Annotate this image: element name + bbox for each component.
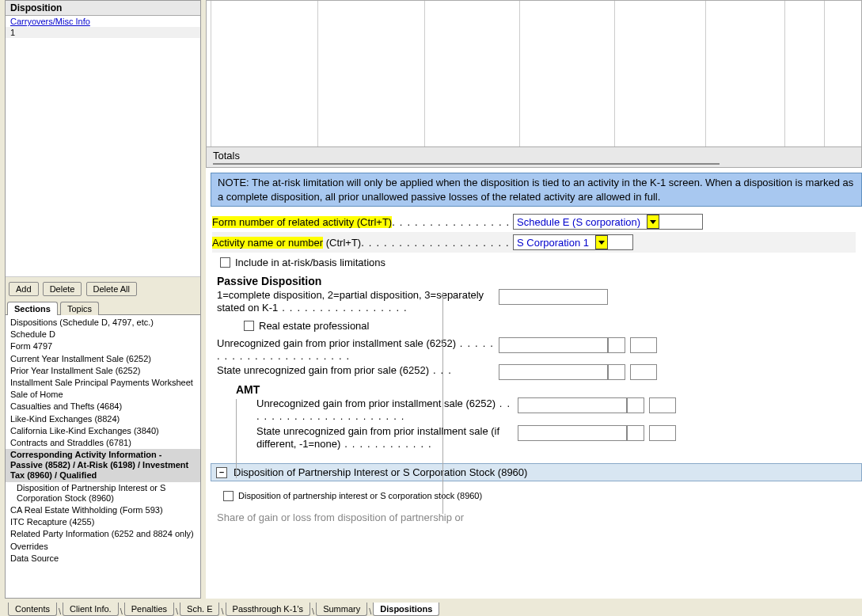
checkbox-real-estate[interactable] (244, 321, 254, 331)
form-area: Form number of related activity (Ctrl+T)… (206, 207, 862, 457)
input-amt2-c[interactable] (649, 425, 676, 441)
label-unrec1: Unrecognized gain from prior installment… (217, 337, 499, 363)
input-unrec2[interactable] (499, 364, 608, 380)
form-number-combo[interactable]: Schedule E (S corporation) (513, 214, 703, 230)
section-item[interactable]: Disposition of Partnership Interest or S… (6, 482, 200, 504)
section-item[interactable]: Dispositions (Schedule D, 4797, etc.) (6, 317, 200, 329)
section-item[interactable]: Schedule D (6, 329, 200, 340)
delete-all-button[interactable]: Delete All (86, 282, 137, 296)
note-bar: NOTE: The at-risk limitation will only b… (211, 173, 862, 207)
bottom-tab[interactable]: Dispositions (373, 603, 439, 616)
label-amt1: Unrecognized gain from prior installment… (256, 397, 518, 424)
section-item[interactable]: Installment Sale Principal Payments Work… (6, 377, 200, 389)
section-item[interactable]: CA Real Estate Withholding (Form 593) (6, 504, 200, 516)
delete-button[interactable]: Delete (43, 282, 82, 296)
disposition-list: Carryovers/Misc Info 1 (6, 16, 200, 277)
section-item[interactable]: ITC Recapture (4255) (6, 516, 200, 528)
section-item[interactable]: Corresponding Activity Information - Pas… (6, 449, 200, 482)
input-amt2-b[interactable] (627, 425, 644, 441)
input-unrec2-b[interactable] (608, 364, 625, 380)
bottom-tabs: Contents\Client Info.\Penalties\Sch. E\P… (8, 600, 439, 616)
section-item[interactable]: Casualties and Thefts (4684) (6, 401, 200, 413)
input-amt1-c[interactable] (649, 397, 676, 413)
section-item[interactable]: Like-Kind Exchanges (8824) (6, 413, 200, 425)
input-unrec1[interactable] (499, 337, 608, 353)
label-activity-name: Activity name or number (212, 237, 323, 249)
chevron-down-icon[interactable] (647, 215, 659, 229)
bottom-tab[interactable]: Penalties (124, 603, 174, 616)
checkbox-atrisk[interactable] (220, 257, 230, 268)
label-form-number: Form number of related activity (Ctrl+T) (212, 216, 392, 228)
section-item[interactable]: Form 4797 (6, 340, 200, 352)
main-area: Totals NOTE: The at-risk limitation will… (206, 0, 862, 599)
section-item[interactable]: California Like-Kind Exchanges (3840) (6, 425, 200, 437)
grid-top (206, 0, 862, 147)
label-unrec2: State unrecognized gain from prior sale … (217, 364, 499, 377)
section-item[interactable]: Sale of Home (6, 389, 200, 401)
bottom-tab[interactable]: Client Info. (63, 603, 119, 616)
cutoff-text: Share of gain or loss from disposition o… (217, 511, 862, 523)
bottom-tab[interactable]: Passthrough K-1's (226, 603, 311, 616)
section-item[interactable]: Data Source (6, 553, 200, 565)
section-item[interactable]: Contracts and Straddles (6781) (6, 437, 200, 449)
label-passive-desc: 1=complete disposition, 2=partial dispos… (217, 289, 499, 315)
button-row: Add Delete Delete All (6, 277, 200, 299)
amt-head: AMT (236, 383, 856, 396)
input-unrec2-c[interactable] (630, 364, 657, 380)
label-amt2: State unrecognized gain from prior insta… (256, 425, 518, 451)
section-item[interactable]: Prior Year Installment Sale (6252) (6, 365, 200, 377)
input-amt1-b[interactable] (627, 397, 644, 413)
left-panel: Disposition Carryovers/Misc Info 1 Add D… (5, 0, 201, 599)
tab-sections[interactable]: Sections (7, 302, 58, 315)
passive-head: Passive Disposition (217, 275, 856, 287)
collapse-icon[interactable]: – (216, 467, 227, 478)
section-item[interactable]: Current Year Installment Sale (6252) (6, 353, 200, 365)
chevron-down-icon[interactable] (595, 235, 608, 249)
input-unrec1-c[interactable] (630, 337, 657, 353)
disposition-header: Disposition (6, 1, 200, 16)
bottom-tab[interactable]: Sch. E (180, 603, 219, 616)
checkbox-8960[interactable] (223, 491, 234, 501)
bottom-tab[interactable]: Contents (8, 603, 57, 616)
input-amt2[interactable] (518, 425, 627, 441)
label-8960: Disposition of partnership interest or S… (238, 491, 482, 500)
section-item[interactable]: Related Party Information (6252 and 8824… (6, 528, 200, 540)
section-8960-bar: – Disposition of Partnership Interest or… (211, 463, 862, 481)
section-item[interactable]: Overrides (6, 541, 200, 553)
bottom-tab[interactable]: Summary (316, 603, 367, 616)
disp-row-1[interactable]: 1 (6, 27, 200, 38)
input-disposition-type[interactable] (499, 289, 608, 305)
totals-row: Totals (206, 147, 862, 168)
label-atrisk: Include in at-risk/basis limitations (235, 257, 385, 268)
disp-row-link[interactable]: Carryovers/Misc Info (6, 16, 200, 27)
activity-name-combo[interactable]: S Corporation 1 (513, 234, 633, 250)
add-button[interactable]: Add (9, 282, 39, 296)
input-amt1[interactable] (518, 397, 627, 413)
input-unrec1-b[interactable] (608, 337, 625, 353)
label-real-estate: Real estate professional (259, 320, 369, 332)
tab-topics[interactable]: Topics (60, 302, 99, 315)
side-tab-row: Sections Topics (6, 299, 200, 315)
sections-list[interactable]: Dispositions (Schedule D, 4797, etc.)Sch… (6, 315, 200, 598)
